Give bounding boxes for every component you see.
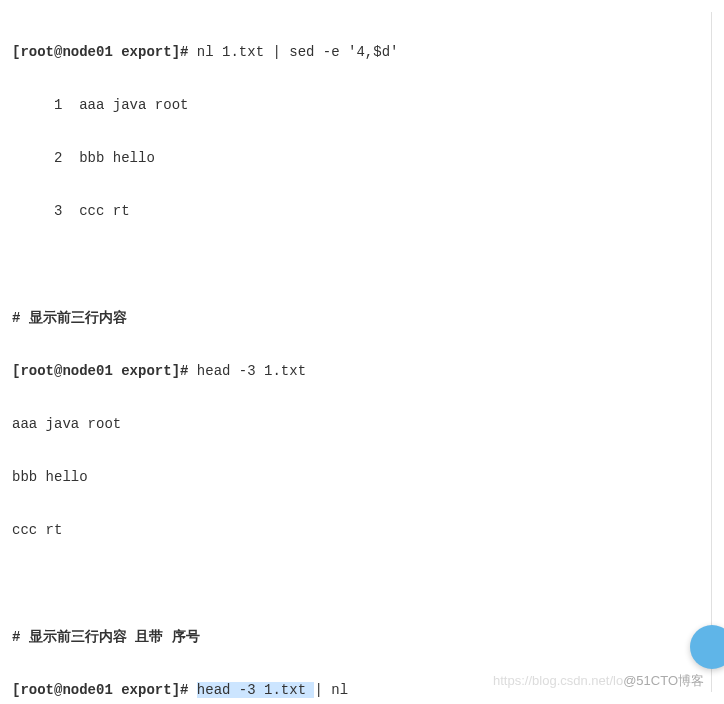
watermark: https://blog.csdn.net/lo@51CTO博客	[493, 669, 704, 694]
output-line: aaa java root	[12, 411, 691, 438]
cmd-space	[188, 682, 196, 698]
prompt: [root@node01 export]#	[12, 363, 188, 379]
terminal-output: [root@node01 export]# nl 1.txt | sed -e …	[12, 12, 712, 692]
output-line: 3 ccc rt	[12, 198, 691, 225]
comment-line: # 显示前三行内容 且带 序号	[12, 624, 691, 651]
cmd-line-1: [root@node01 export]# nl 1.txt | sed -e …	[12, 39, 691, 66]
watermark-site: @51CTO博客	[623, 673, 704, 688]
output-line: bbb hello	[12, 464, 691, 491]
comment-line: # 显示前三行内容	[12, 305, 691, 332]
output-line: 1 aaa java root	[12, 92, 691, 119]
cmd-highlighted: head -3 1.txt	[197, 682, 315, 698]
prompt: [root@node01 export]#	[12, 44, 188, 60]
cmd-rest: | nl	[314, 682, 348, 698]
output-line: 2 bbb hello	[12, 145, 691, 172]
blank-line	[12, 251, 691, 278]
cmd-text: nl 1.txt | sed -e '4,$d'	[188, 44, 398, 60]
blank-line	[12, 570, 691, 597]
prompt: [root@node01 export]#	[12, 682, 188, 698]
watermark-url: https://blog.csdn.net/lo	[493, 673, 623, 688]
cmd-line-2: [root@node01 export]# head -3 1.txt	[12, 358, 691, 385]
cmd-text: head -3 1.txt	[188, 363, 306, 379]
output-line: ccc rt	[12, 517, 691, 544]
